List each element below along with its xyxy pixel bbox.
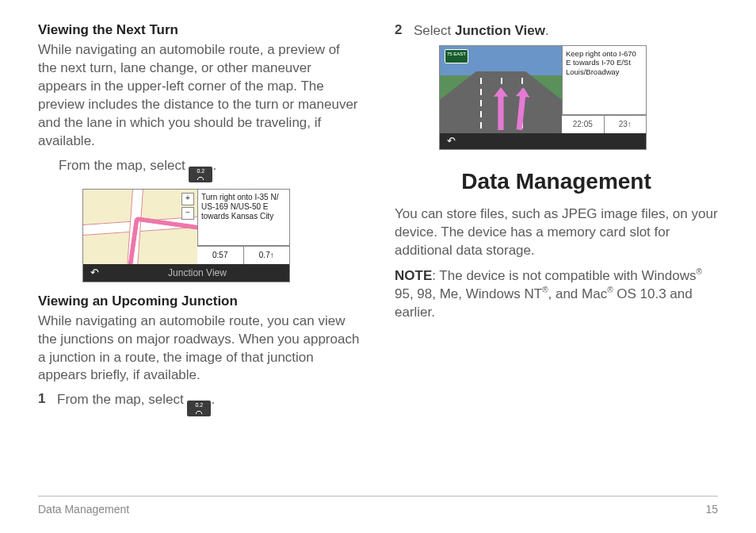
direction-box: Keep right onto I-670 E towards I-70 E/S… [562,46,646,115]
figure-junction-view: 75 EAST Keep right onto I-670 E towards … [439,45,647,150]
heading-upcoming-junction: Viewing an Upcoming Junction [38,293,361,309]
text: , and Mac [548,286,608,301]
footer-page-number: 15 [705,503,718,516]
instruction-select-map-icon: From the map, select 0.2. [59,157,361,182]
step-2: 2 Select Junction View. [395,22,718,40]
junction-scene: 75 EAST [440,46,562,133]
paragraph-next-turn: While navigating an automobile route, a … [38,41,361,151]
text: . [545,23,549,38]
time-distance-box: 22:05 23↑ [562,115,646,133]
back-icon[interactable]: ↶ [83,264,105,282]
registered-icon: ® [607,286,613,294]
junction-view-bold: Junction View [455,23,545,38]
note-label: NOTE [395,267,432,282]
zoom-out-button[interactable]: − [181,207,194,220]
map-preview-icon: 0.2 [189,167,212,182]
eta-distance: 23↑ [604,116,647,133]
map-canvas: + − [83,190,197,264]
page-footer: Data Management 15 [38,503,718,516]
text: . [212,158,216,173]
highway-sign: 75 EAST [445,49,468,63]
step-number: 2 [395,22,406,40]
text: From the map, select [57,392,187,407]
right-column: 2 Select Junction View. 75 EAST [395,22,718,421]
text: 95, 98, Me, Windows NT [395,286,542,301]
paragraph-data-management: You can store files, such as JPEG image … [395,205,718,260]
heading-data-management: Data Management [395,169,718,194]
footer-section: Data Management [38,503,129,516]
left-column: Viewing the Next Turn While navigating a… [38,22,361,421]
text: From the map, select [59,158,189,173]
direction-box: Turn right onto I-35 N/ US-169 N/US-50 E… [197,190,289,246]
paragraph-upcoming-junction: While navigating an automobile route, yo… [38,313,361,385]
registered-icon: ® [696,267,701,276]
text: . [211,392,215,407]
zoom-in-button[interactable]: + [181,193,194,205]
eta-distance: 0.7↑ [243,247,290,264]
note-compatibility: NOTE: The device is not compatible with … [395,266,718,322]
heading-next-turn: Viewing the Next Turn [38,22,361,38]
eta-time: 0:57 [197,247,243,264]
junction-view-label: Junction View [105,267,289,278]
time-distance-box: 0:57 0.7↑ [197,246,289,264]
text: Select [414,23,455,38]
eta-time: 22:05 [562,116,604,133]
step-1: 1 From the map, select 0.2. [38,391,361,416]
map-preview-icon: 0.2 [187,401,211,416]
footer-rule [38,496,718,497]
registered-icon: ® [542,286,548,294]
figure-map-preview: + − Turn right onto I-35 N/ US-169 N/US-… [82,189,290,282]
back-icon[interactable]: ↶ [440,132,462,150]
text: : The device is not compatible with Wind… [432,267,696,282]
step-number: 1 [38,391,49,416]
